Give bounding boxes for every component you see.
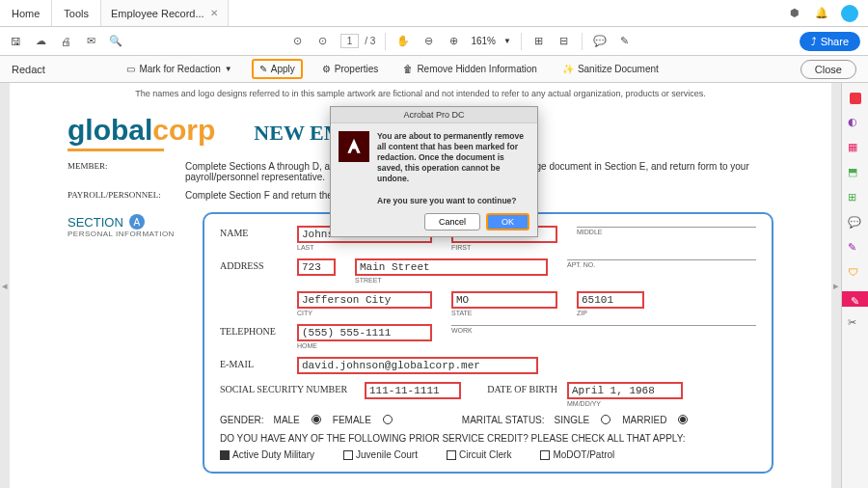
addr-num-field[interactable]: 723 bbox=[297, 258, 336, 276]
ssn-field[interactable]: 111-11-1111 bbox=[365, 382, 461, 399]
app-icon bbox=[339, 131, 369, 162]
dob-label: DATE OF BIRTH bbox=[471, 382, 557, 394]
mail-icon[interactable]: ✉ bbox=[83, 34, 98, 49]
close-button[interactable]: Close bbox=[800, 60, 856, 79]
redact-label: Redact bbox=[12, 64, 45, 75]
comment-icon[interactable]: 💬 bbox=[592, 34, 608, 49]
left-edge[interactable]: ◂ bbox=[0, 83, 10, 488]
tab-tools[interactable]: Tools bbox=[52, 0, 101, 26]
bell-icon[interactable]: 🔔 bbox=[814, 6, 829, 21]
more-tools-icon[interactable]: ✂ bbox=[848, 316, 863, 332]
telephone-label: TELEPHONE bbox=[220, 324, 287, 337]
page-current[interactable]: 1 bbox=[340, 34, 360, 48]
chk-modot[interactable] bbox=[540, 450, 550, 460]
right-tool-panel: ◐ ▦ ⬒ ⊞ 💬 ✎ 🛡 ✎ ✂ bbox=[841, 83, 868, 488]
name-label: NAME bbox=[220, 226, 287, 238]
section-header: SECTION A bbox=[68, 214, 193, 230]
section-badge: A bbox=[129, 214, 145, 230]
email-label: E-MAIL bbox=[220, 357, 287, 369]
zoom-value[interactable]: 161% bbox=[471, 36, 496, 46]
marital-label: MARITAL STATUS: bbox=[462, 415, 545, 425]
fit-width-icon[interactable]: ⊞ bbox=[531, 34, 547, 49]
main-toolbar: 🖫 ☁ 🖨 ✉ 🔍 ⊙ ⊙ 1 / 3 ✋ ⊖ ⊕ 161%▼ ⊞ ⊟ 💬 ✎ … bbox=[0, 27, 868, 56]
hand-icon[interactable]: ✋ bbox=[395, 34, 411, 49]
tab-document-label: Employee Record... bbox=[111, 8, 204, 19]
mark-redaction-button[interactable]: ▭ Mark for Redaction ▼ bbox=[121, 61, 237, 77]
marital-married-radio[interactable] bbox=[678, 415, 688, 424]
dob-field[interactable]: April 1, 1968 bbox=[567, 382, 683, 399]
protect-icon[interactable]: 🛡 bbox=[848, 266, 863, 282]
prior-service-label: DO YOU HAVE ANY OF THE FOLLOWING PRIOR S… bbox=[220, 433, 756, 444]
top-tabs: Home Tools Employee Record... ✕ ⬢ 🔔 bbox=[0, 0, 868, 27]
chevron-down-icon[interactable]: ▼ bbox=[503, 37, 511, 45]
chk-circuit[interactable] bbox=[447, 450, 456, 460]
marital-single-radio[interactable] bbox=[601, 415, 610, 424]
page-down-icon[interactable]: ⊙ bbox=[315, 34, 331, 49]
close-icon[interactable]: ✕ bbox=[210, 8, 218, 18]
zip-field[interactable]: 65101 bbox=[577, 291, 644, 309]
sanitize-button[interactable]: ✨ Sanitize Document bbox=[556, 61, 665, 77]
avatar[interactable] bbox=[841, 5, 858, 22]
member-label: MEMBER: bbox=[68, 161, 174, 182]
gender-label: GENDER: bbox=[220, 415, 264, 425]
redact-toolbar: Redact ▭ Mark for Redaction ▼ ✎ Apply ⚙ … bbox=[0, 56, 868, 83]
cloud-save-icon[interactable]: ☁ bbox=[33, 34, 48, 49]
right-edge[interactable]: ▸ bbox=[831, 83, 841, 488]
organize-icon[interactable]: ⊞ bbox=[848, 191, 863, 206]
chk-juvenile[interactable] bbox=[343, 450, 353, 460]
dialog-text: You are about to permanently remove all … bbox=[377, 131, 529, 184]
payroll-label: PAYROLL/PERSONNEL: bbox=[68, 190, 174, 201]
zoom-in-icon[interactable]: ⊕ bbox=[446, 34, 461, 49]
dialog-title: Acrobat Pro DC bbox=[331, 107, 537, 123]
export-icon[interactable] bbox=[848, 91, 863, 106]
address-label: ADDRESS bbox=[220, 258, 287, 271]
gender-male-radio[interactable] bbox=[312, 415, 321, 424]
dialog-question: Are you sure you want to continue? bbox=[331, 192, 537, 207]
disclaimer-text: The names and logo designs referred to i… bbox=[10, 83, 831, 104]
search-icon[interactable]: 🔍 bbox=[108, 34, 123, 49]
apply-button[interactable]: ✎ Apply bbox=[252, 59, 303, 79]
ssn-label: SOCIAL SECURITY NUMBER bbox=[220, 382, 355, 394]
remove-hidden-button[interactable]: 🗑 Remove Hidden Information bbox=[397, 61, 543, 77]
create-icon[interactable]: ◐ bbox=[848, 116, 863, 131]
logo: globalcorp bbox=[68, 114, 215, 151]
edit-icon[interactable]: ▦ bbox=[848, 141, 863, 156]
zoom-out-icon[interactable]: ⊖ bbox=[420, 34, 436, 49]
ok-button[interactable]: OK bbox=[486, 213, 529, 230]
chk-military[interactable] bbox=[220, 450, 230, 460]
page-indicator: 1 / 3 bbox=[340, 34, 376, 48]
cloud-icon[interactable]: ⬢ bbox=[787, 6, 802, 21]
state-field[interactable]: MO bbox=[451, 291, 557, 309]
fit-page-icon[interactable]: ⊟ bbox=[556, 34, 572, 49]
home-phone-field[interactable]: (555) 555-1111 bbox=[297, 324, 432, 341]
redact-tool-icon[interactable]: ✎ bbox=[842, 291, 869, 307]
section-sub: PERSONAL INFORMATION bbox=[68, 230, 193, 238]
email-field[interactable]: david.johnson@globalcorp.mer bbox=[297, 357, 538, 374]
gender-female-radio[interactable] bbox=[383, 415, 393, 424]
svg-rect-0 bbox=[850, 93, 861, 104]
page-total: / 3 bbox=[365, 36, 375, 46]
tab-document[interactable]: Employee Record... ✕ bbox=[101, 0, 229, 26]
properties-button[interactable]: ⚙ Properties bbox=[316, 61, 385, 77]
share-button[interactable]: ⤴Share bbox=[800, 32, 860, 51]
combine-icon[interactable]: ⬒ bbox=[848, 166, 863, 181]
fill-sign-icon[interactable]: ✎ bbox=[848, 241, 863, 257]
page-up-icon[interactable]: ⊙ bbox=[290, 34, 306, 49]
sign-icon[interactable]: ✎ bbox=[617, 34, 633, 49]
cancel-button[interactable]: Cancel bbox=[424, 213, 480, 230]
print-icon[interactable]: 🖨 bbox=[58, 34, 73, 49]
street-field[interactable]: Main Street bbox=[355, 258, 548, 276]
save-icon[interactable]: 🖫 bbox=[8, 34, 23, 49]
comment-tool-icon[interactable]: 💬 bbox=[848, 216, 863, 231]
tab-home[interactable]: Home bbox=[0, 0, 52, 26]
confirm-dialog: Acrobat Pro DC You are about to permanen… bbox=[330, 106, 538, 237]
city-field[interactable]: Jefferson City bbox=[297, 291, 432, 309]
